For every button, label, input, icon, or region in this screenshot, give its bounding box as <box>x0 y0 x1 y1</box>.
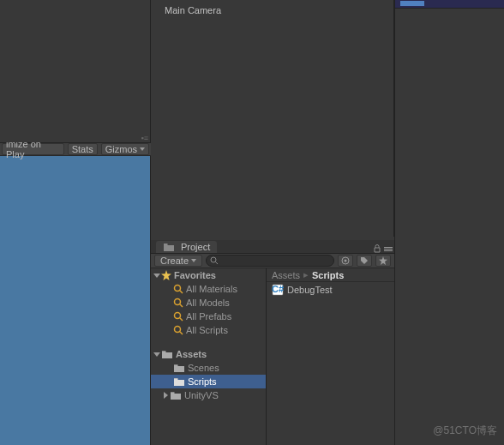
create-button[interactable]: Create <box>154 255 202 267</box>
filter-by-label-button[interactable] <box>357 255 372 267</box>
hierarchy-item[interactable]: Main Camera <box>158 3 387 17</box>
assets-header[interactable]: Assets <box>151 347 266 361</box>
assets-folder[interactable]: Scenes <box>151 361 266 375</box>
game-toolbar: imize on Play Stats Gizmos <box>0 142 151 156</box>
search-filter-icon <box>173 311 183 322</box>
gizmos-button[interactable]: Gizmos <box>101 143 149 155</box>
svg-point-10 <box>175 327 181 333</box>
right-panel-header <box>395 0 504 9</box>
svg-text:C#: C# <box>272 284 284 294</box>
svg-line-1 <box>216 262 219 265</box>
svg-point-6 <box>175 299 181 305</box>
maximize-on-play-button[interactable]: imize on Play <box>2 143 64 155</box>
svg-point-8 <box>175 313 181 319</box>
search-input[interactable] <box>206 255 334 267</box>
svg-line-7 <box>180 304 183 307</box>
breadcrumb-sep-icon: ▸ <box>303 269 309 280</box>
filter-by-type-button[interactable] <box>338 255 353 267</box>
assets-folder[interactable]: UnityVS <box>151 388 266 402</box>
stats-button[interactable]: Stats <box>68 143 98 155</box>
star-icon <box>379 256 387 265</box>
folder-icon <box>173 363 185 373</box>
svg-point-3 <box>345 260 347 262</box>
panel-menu-icon[interactable] <box>384 247 393 251</box>
search-filter-icon <box>173 284 183 294</box>
csharp-script-icon: C# <box>272 284 284 296</box>
svg-point-0 <box>211 257 216 262</box>
left-empty-panel: ▪≡ <box>0 0 151 142</box>
lock-icon[interactable] <box>374 244 381 253</box>
svg-line-9 <box>180 318 183 321</box>
selection-indicator <box>400 1 424 6</box>
watermark: @51CTO博客 <box>433 424 497 438</box>
project-panel: Project Create Favorites <box>151 240 394 445</box>
save-search-button[interactable] <box>375 255 391 267</box>
breadcrumb-item[interactable]: Assets <box>272 270 300 280</box>
search-icon <box>210 256 219 265</box>
star-icon <box>161 270 171 280</box>
assets-folder-selected[interactable]: Scripts <box>151 375 266 388</box>
project-tab[interactable]: Project <box>156 241 217 253</box>
dropdown-icon <box>191 259 196 262</box>
breadcrumb-item[interactable]: Scripts <box>312 270 344 280</box>
favorites-item[interactable]: All Materials <box>151 282 266 296</box>
expand-icon <box>153 352 160 357</box>
search-filter-icon <box>173 325 183 335</box>
svg-line-5 <box>180 291 183 293</box>
favorites-item[interactable]: All Scripts <box>151 323 266 337</box>
folder-icon <box>163 242 175 252</box>
folder-icon <box>161 349 173 359</box>
favorites-item[interactable]: All Models <box>151 296 266 310</box>
search-filter-icon <box>173 298 183 308</box>
right-panel <box>394 0 504 445</box>
expand-icon <box>153 274 160 278</box>
object-icon <box>341 256 350 265</box>
expand-icon <box>164 392 168 399</box>
favorites-header[interactable]: Favorites <box>151 268 266 282</box>
folder-icon <box>170 390 182 400</box>
resize-handle-icon[interactable]: ▪≡ <box>141 134 148 142</box>
svg-point-4 <box>175 286 181 292</box>
hierarchy-panel: Main Camera <box>151 0 394 237</box>
project-content: Assets ▸ Scripts C# DebugTest <box>267 268 394 445</box>
file-item[interactable]: C# DebugTest <box>267 282 394 298</box>
project-tree: Favorites All Materials All Models All P… <box>151 268 267 445</box>
tag-icon <box>360 256 369 265</box>
favorites-item[interactable]: All Prefabs <box>151 310 266 323</box>
folder-icon <box>173 376 185 387</box>
svg-line-11 <box>180 332 183 334</box>
game-viewport[interactable] <box>0 156 151 445</box>
breadcrumb: Assets ▸ Scripts <box>267 268 394 282</box>
